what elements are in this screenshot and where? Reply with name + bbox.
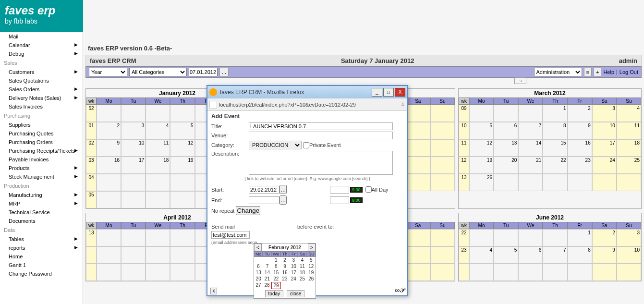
day-cell[interactable]: 7 <box>543 246 567 264</box>
day-cell[interactable] <box>146 246 170 264</box>
add-button[interactable]: + <box>594 68 601 76</box>
picker-day[interactable]: 1 <box>272 257 280 263</box>
day-cell[interactable] <box>121 174 146 191</box>
sidebar-item[interactable]: Payable Invoices <box>0 155 83 164</box>
day-cell[interactable] <box>469 264 494 281</box>
day-cell[interactable] <box>146 191 170 208</box>
day-cell[interactable] <box>543 229 567 246</box>
day-cell[interactable]: 9 <box>568 122 592 139</box>
title-input[interactable] <box>249 122 393 130</box>
picker-today-button[interactable]: today <box>265 290 283 297</box>
day-cell[interactable] <box>121 229 146 246</box>
day-cell[interactable] <box>406 105 430 122</box>
day-cell[interactable]: 10 <box>121 139 146 157</box>
day-cell[interactable]: 9 <box>97 139 121 157</box>
day-cell[interactable] <box>518 264 543 281</box>
day-cell[interactable] <box>121 105 146 122</box>
sidebar-item[interactable]: Technical Service <box>0 208 83 217</box>
sidebar-item[interactable]: Sales Orders▶ <box>0 85 83 94</box>
day-cell[interactable] <box>617 174 641 191</box>
day-cell[interactable] <box>430 157 455 174</box>
day-cell[interactable]: 13 <box>494 139 518 157</box>
picker-day[interactable]: 22 <box>272 276 280 282</box>
day-cell[interactable]: 11 <box>617 122 641 139</box>
day-cell[interactable]: 14 <box>518 139 543 157</box>
day-cell[interactable]: 23 <box>568 157 592 174</box>
day-cell[interactable]: 2 <box>568 105 592 122</box>
day-cell[interactable] <box>568 264 592 281</box>
day-cell[interactable]: 8 <box>543 122 567 139</box>
day-cell[interactable]: 5 <box>469 122 494 139</box>
email-input[interactable] <box>211 231 250 239</box>
day-cell[interactable] <box>146 229 170 246</box>
picker-close-button[interactable]: close <box>287 290 304 297</box>
picker-day[interactable]: 10 <box>289 263 298 269</box>
day-cell[interactable] <box>543 174 567 191</box>
day-cell[interactable] <box>469 229 494 246</box>
date-picker-button[interactable]: ... <box>219 68 229 76</box>
day-cell[interactable]: 12 <box>170 139 194 157</box>
day-cell[interactable]: 17 <box>121 157 146 174</box>
day-cell[interactable] <box>406 122 430 139</box>
picker-day[interactable]: 13 <box>254 269 263 276</box>
day-cell[interactable] <box>170 246 194 264</box>
day-cell[interactable]: 4 <box>146 122 170 139</box>
change-repeat-button[interactable]: Change <box>236 206 260 215</box>
maximize-button[interactable]: □ <box>383 88 394 97</box>
sidebar-item[interactable]: Debug▶ <box>0 49 83 58</box>
day-cell[interactable] <box>97 229 121 246</box>
picker-day[interactable]: 8 <box>272 263 280 269</box>
picker-day[interactable]: 27 <box>254 282 263 289</box>
picker-day[interactable]: 7 <box>263 263 271 269</box>
day-cell[interactable]: 3 <box>121 122 146 139</box>
category-select-dialog[interactable]: PRODUCCION <box>249 141 302 149</box>
picker-day[interactable] <box>254 257 263 263</box>
picker-day[interactable]: 24 <box>289 276 298 282</box>
venue-input[interactable] <box>249 132 393 139</box>
day-cell[interactable]: 12 <box>469 139 494 157</box>
picker-day[interactable]: 23 <box>280 276 289 282</box>
picker-day[interactable]: 5 <box>307 257 316 263</box>
picker-day[interactable]: 15 <box>272 269 280 276</box>
day-cell[interactable] <box>430 105 455 122</box>
day-cell[interactable]: 2 <box>592 229 617 246</box>
day-cell[interactable] <box>406 139 430 157</box>
day-cell[interactable] <box>170 264 194 281</box>
picker-day[interactable]: 29 <box>271 282 281 289</box>
picker-day[interactable]: 21 <box>263 276 271 282</box>
sidebar-item[interactable]: Home <box>0 252 83 261</box>
picker-day[interactable]: 18 <box>298 269 306 276</box>
prev-month-button[interactable]: < <box>254 243 262 251</box>
day-cell[interactable] <box>430 122 455 139</box>
private-checkbox[interactable] <box>303 142 309 148</box>
start-date-picker-button[interactable]: ... <box>279 185 287 194</box>
help-link[interactable]: Help <box>603 69 614 75</box>
sidebar-item[interactable]: Tables▶ <box>0 235 83 243</box>
day-cell[interactable]: 26 <box>469 174 494 191</box>
day-cell[interactable] <box>406 264 430 281</box>
day-cell[interactable]: 1 <box>543 105 567 122</box>
day-cell[interactable]: 19 <box>170 157 194 174</box>
day-cell[interactable]: 5 <box>494 246 518 264</box>
day-cell[interactable] <box>121 264 146 281</box>
day-cell[interactable]: 21 <box>518 157 543 174</box>
day-cell[interactable]: 15 <box>543 139 567 157</box>
sidebar-item[interactable]: Suppliers <box>0 121 83 129</box>
end-time-input[interactable] <box>330 196 349 204</box>
day-cell[interactable]: 10 <box>617 246 641 264</box>
view-select[interactable]: Year <box>89 68 127 76</box>
picker-day[interactable] <box>263 257 271 263</box>
day-cell[interactable] <box>518 229 543 246</box>
day-cell[interactable] <box>406 157 430 174</box>
picker-day[interactable]: 2 <box>280 257 289 263</box>
day-cell[interactable] <box>97 174 121 191</box>
day-cell[interactable] <box>568 174 592 191</box>
sidebar-item[interactable]: Manufacturing▶ <box>0 191 83 199</box>
day-cell[interactable] <box>97 246 121 264</box>
picker-day[interactable]: 17 <box>289 269 298 276</box>
day-cell[interactable]: 16 <box>568 139 592 157</box>
day-cell[interactable]: 8 <box>568 246 592 264</box>
start-time-input[interactable] <box>330 186 349 194</box>
day-cell[interactable] <box>494 264 518 281</box>
day-cell[interactable]: 19 <box>469 157 494 174</box>
